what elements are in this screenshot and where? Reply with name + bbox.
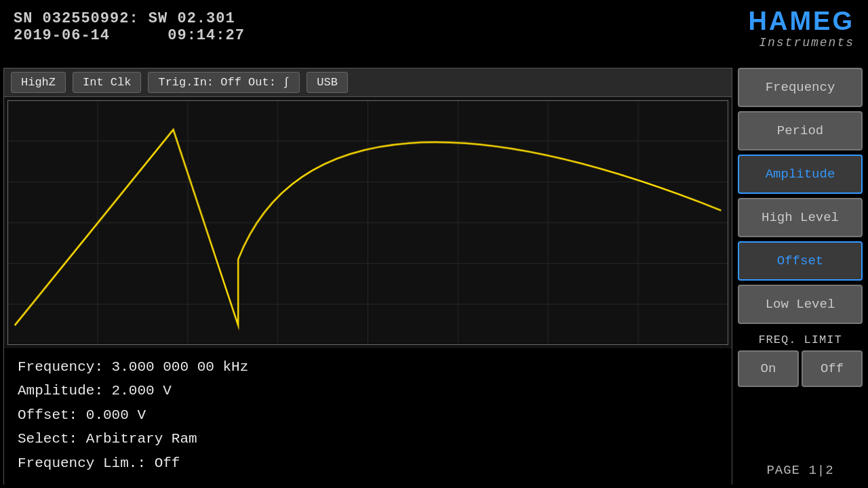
freq-limit-off-button[interactable]: Off xyxy=(802,350,863,387)
brand-subtitle: Instruments xyxy=(759,36,854,49)
waveform-canvas xyxy=(7,100,728,345)
time: 09:14:27 xyxy=(167,27,245,44)
freq-lim-value: Frequency Lim.: Off xyxy=(18,453,718,474)
frequency-value: Frequency: 3.000 000 00 kHz xyxy=(18,357,718,378)
right-panel: Frequency Period Amplitude High Level Of… xyxy=(732,64,868,488)
amplitude-value: Amplitude: 2.000 V xyxy=(18,380,718,402)
high-level-button[interactable]: High Level xyxy=(738,198,863,237)
freq-limit-buttons: On Off xyxy=(738,350,863,387)
highz-button[interactable]: HighZ xyxy=(11,72,66,93)
freq-limit-label: FREQ. LIMIT xyxy=(738,333,863,346)
date: 2019-06-14 xyxy=(14,27,110,44)
select-value: Select: Arbitrary Ram xyxy=(18,428,718,450)
frequency-button[interactable]: Frequency xyxy=(738,68,863,107)
brand-name: HAMEG xyxy=(749,7,854,36)
header: SN 032550992: SW 02.301 2019-06-14 09:14… xyxy=(0,0,868,64)
offset-button[interactable]: Offset xyxy=(738,241,863,281)
waveform-display xyxy=(4,97,732,348)
offset-value: Offset: 0.000 V xyxy=(18,405,718,426)
freq-limit-on-button[interactable]: On xyxy=(738,350,799,387)
left-panel: HighZ Int Clk Trig.In: Off Out: ∫ USB Fr… xyxy=(3,68,732,485)
serial-number: SN 032550992: SW 02.301 xyxy=(14,10,245,27)
page-indicator: PAGE 1|2 xyxy=(738,463,863,485)
period-button[interactable]: Period xyxy=(738,111,863,150)
intclk-button[interactable]: Int Clk xyxy=(73,72,141,93)
header-info: SN 032550992: SW 02.301 2019-06-14 09:14… xyxy=(14,7,245,44)
usb-button[interactable]: USB xyxy=(307,72,348,93)
low-level-button[interactable]: Low Level xyxy=(738,285,863,324)
amplitude-button[interactable]: Amplitude xyxy=(738,155,863,194)
main-content: HighZ Int Clk Trig.In: Off Out: ∫ USB Fr… xyxy=(0,64,868,488)
trigin-button[interactable]: Trig.In: Off Out: ∫ xyxy=(148,72,300,93)
datetime: 2019-06-14 09:14:27 xyxy=(14,27,245,44)
info-panel: Frequency: 3.000 000 00 kHz Amplitude: 2… xyxy=(4,348,732,485)
logo: HAMEG Instruments xyxy=(749,7,854,49)
freq-limit-section: FREQ. LIMIT On Off xyxy=(738,333,863,387)
toolbar: HighZ Int Clk Trig.In: Off Out: ∫ USB xyxy=(4,68,732,97)
